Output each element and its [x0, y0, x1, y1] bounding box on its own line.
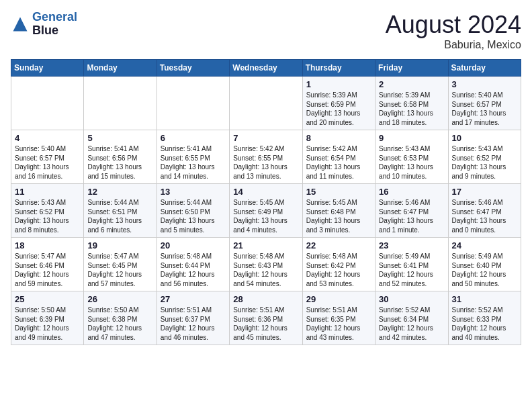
day-info: Sunrise: 5:51 AM Sunset: 6:36 PM Dayligh…	[233, 306, 298, 342]
calendar-cell	[84, 77, 157, 130]
calendar-cell: 15Sunrise: 5:45 AM Sunset: 6:48 PM Dayli…	[302, 184, 375, 238]
day-number: 15	[306, 187, 371, 197]
day-number: 13	[161, 187, 226, 197]
calendar-cell	[230, 77, 302, 130]
location-subtitle: Baburia, Mexico	[386, 39, 521, 51]
page-header: General Blue August 2024 Baburia, Mexico	[11, 11, 521, 51]
calendar-cell: 29Sunrise: 5:51 AM Sunset: 6:35 PM Dayli…	[302, 291, 375, 345]
day-number: 28	[233, 294, 298, 304]
day-number: 30	[379, 294, 444, 304]
calendar-cell: 30Sunrise: 5:52 AM Sunset: 6:34 PM Dayli…	[375, 291, 448, 345]
day-info: Sunrise: 5:49 AM Sunset: 6:41 PM Dayligh…	[379, 252, 444, 288]
calendar-cell: 1Sunrise: 5:39 AM Sunset: 6:59 PM Daylig…	[302, 77, 375, 130]
day-number: 17	[452, 187, 517, 197]
day-info: Sunrise: 5:47 AM Sunset: 6:46 PM Dayligh…	[15, 252, 80, 288]
day-number: 6	[161, 133, 226, 143]
day-number: 25	[15, 294, 80, 304]
col-header-thursday: Thursday	[302, 60, 375, 77]
day-info: Sunrise: 5:45 AM Sunset: 6:49 PM Dayligh…	[233, 198, 298, 234]
calendar-cell: 14Sunrise: 5:45 AM Sunset: 6:49 PM Dayli…	[230, 184, 302, 238]
day-info: Sunrise: 5:52 AM Sunset: 6:34 PM Dayligh…	[379, 306, 444, 342]
day-number: 19	[87, 240, 152, 250]
day-number: 11	[15, 187, 80, 197]
calendar-week-row: 25Sunrise: 5:50 AM Sunset: 6:39 PM Dayli…	[11, 291, 521, 345]
day-number: 26	[87, 294, 152, 304]
day-number: 18	[15, 240, 80, 250]
calendar-cell: 4Sunrise: 5:40 AM Sunset: 6:57 PM Daylig…	[11, 130, 84, 184]
day-info: Sunrise: 5:51 AM Sunset: 6:35 PM Dayligh…	[306, 306, 371, 342]
day-info: Sunrise: 5:51 AM Sunset: 6:37 PM Dayligh…	[161, 306, 226, 342]
calendar-cell: 22Sunrise: 5:48 AM Sunset: 6:42 PM Dayli…	[302, 238, 375, 291]
day-info: Sunrise: 5:42 AM Sunset: 6:55 PM Dayligh…	[233, 144, 298, 181]
day-info: Sunrise: 5:43 AM Sunset: 6:52 PM Dayligh…	[452, 144, 517, 181]
calendar-cell: 26Sunrise: 5:50 AM Sunset: 6:38 PM Dayli…	[84, 291, 157, 345]
day-number: 23	[379, 240, 444, 250]
calendar-cell: 10Sunrise: 5:43 AM Sunset: 6:52 PM Dayli…	[448, 130, 521, 184]
day-number: 16	[379, 187, 444, 197]
day-info: Sunrise: 5:48 AM Sunset: 6:44 PM Dayligh…	[161, 252, 226, 288]
col-header-sunday: Sunday	[11, 60, 84, 77]
logo-line2: Blue	[32, 24, 77, 38]
logo: General Blue	[11, 11, 77, 38]
title-block: August 2024 Baburia, Mexico	[386, 11, 521, 51]
day-number: 4	[15, 133, 80, 143]
logo-text: General Blue	[32, 11, 77, 38]
calendar-cell: 23Sunrise: 5:49 AM Sunset: 6:41 PM Dayli…	[375, 238, 448, 291]
day-info: Sunrise: 5:46 AM Sunset: 6:47 PM Dayligh…	[379, 198, 444, 234]
logo-line1: General	[32, 10, 77, 24]
day-info: Sunrise: 5:41 AM Sunset: 6:55 PM Dayligh…	[161, 144, 226, 181]
calendar-cell: 11Sunrise: 5:43 AM Sunset: 6:52 PM Dayli…	[11, 184, 84, 238]
day-number: 9	[379, 133, 444, 143]
calendar-cell: 8Sunrise: 5:42 AM Sunset: 6:54 PM Daylig…	[302, 130, 375, 184]
day-info: Sunrise: 5:43 AM Sunset: 6:53 PM Dayligh…	[379, 144, 444, 181]
day-number: 20	[161, 240, 226, 250]
calendar-cell: 18Sunrise: 5:47 AM Sunset: 6:46 PM Dayli…	[11, 238, 84, 291]
day-info: Sunrise: 5:42 AM Sunset: 6:54 PM Dayligh…	[306, 144, 371, 181]
calendar-cell: 3Sunrise: 5:40 AM Sunset: 6:57 PM Daylig…	[448, 77, 521, 130]
day-info: Sunrise: 5:47 AM Sunset: 6:45 PM Dayligh…	[87, 252, 152, 288]
calendar-cell: 27Sunrise: 5:51 AM Sunset: 6:37 PM Dayli…	[157, 291, 229, 345]
month-year-title: August 2024	[386, 11, 521, 39]
day-info: Sunrise: 5:39 AM Sunset: 6:58 PM Dayligh…	[379, 91, 444, 127]
day-number: 2	[379, 79, 444, 89]
day-info: Sunrise: 5:45 AM Sunset: 6:48 PM Dayligh…	[306, 198, 371, 234]
day-info: Sunrise: 5:44 AM Sunset: 6:51 PM Dayligh…	[87, 198, 152, 234]
calendar-week-row: 18Sunrise: 5:47 AM Sunset: 6:46 PM Dayli…	[11, 238, 521, 291]
calendar-cell: 13Sunrise: 5:44 AM Sunset: 6:50 PM Dayli…	[157, 184, 229, 238]
day-info: Sunrise: 5:50 AM Sunset: 6:38 PM Dayligh…	[87, 306, 152, 342]
day-info: Sunrise: 5:39 AM Sunset: 6:59 PM Dayligh…	[306, 91, 371, 127]
day-number: 31	[452, 294, 517, 304]
day-number: 8	[306, 133, 371, 143]
calendar-cell: 9Sunrise: 5:43 AM Sunset: 6:53 PM Daylig…	[375, 130, 448, 184]
day-number: 21	[233, 240, 298, 250]
day-info: Sunrise: 5:44 AM Sunset: 6:50 PM Dayligh…	[161, 198, 226, 234]
day-number: 1	[306, 79, 371, 89]
logo-icon	[11, 15, 30, 34]
calendar-cell: 7Sunrise: 5:42 AM Sunset: 6:55 PM Daylig…	[230, 130, 302, 184]
calendar-cell: 2Sunrise: 5:39 AM Sunset: 6:58 PM Daylig…	[375, 77, 448, 130]
day-info: Sunrise: 5:52 AM Sunset: 6:33 PM Dayligh…	[452, 306, 517, 342]
day-number: 22	[306, 240, 371, 250]
calendar-header-row: SundayMondayTuesdayWednesdayThursdayFrid…	[11, 60, 521, 77]
col-header-tuesday: Tuesday	[157, 60, 229, 77]
day-number: 24	[452, 240, 517, 250]
day-number: 14	[233, 187, 298, 197]
calendar-week-row: 1Sunrise: 5:39 AM Sunset: 6:59 PM Daylig…	[11, 77, 521, 130]
col-header-friday: Friday	[375, 60, 448, 77]
day-info: Sunrise: 5:43 AM Sunset: 6:52 PM Dayligh…	[15, 198, 80, 234]
day-info: Sunrise: 5:40 AM Sunset: 6:57 PM Dayligh…	[15, 144, 80, 181]
day-info: Sunrise: 5:50 AM Sunset: 6:39 PM Dayligh…	[15, 306, 80, 342]
calendar-table: SundayMondayTuesdayWednesdayThursdayFrid…	[11, 59, 521, 345]
day-info: Sunrise: 5:46 AM Sunset: 6:47 PM Dayligh…	[452, 198, 517, 234]
calendar-cell: 28Sunrise: 5:51 AM Sunset: 6:36 PM Dayli…	[230, 291, 302, 345]
day-number: 10	[452, 133, 517, 143]
col-header-monday: Monday	[84, 60, 157, 77]
calendar-cell	[11, 77, 84, 130]
calendar-week-row: 4Sunrise: 5:40 AM Sunset: 6:57 PM Daylig…	[11, 130, 521, 184]
day-info: Sunrise: 5:48 AM Sunset: 6:42 PM Dayligh…	[306, 252, 371, 288]
day-info: Sunrise: 5:41 AM Sunset: 6:56 PM Dayligh…	[87, 144, 152, 181]
calendar-cell: 20Sunrise: 5:48 AM Sunset: 6:44 PM Dayli…	[157, 238, 229, 291]
day-info: Sunrise: 5:48 AM Sunset: 6:43 PM Dayligh…	[233, 252, 298, 288]
calendar-cell: 17Sunrise: 5:46 AM Sunset: 6:47 PM Dayli…	[448, 184, 521, 238]
day-number: 3	[452, 79, 517, 89]
